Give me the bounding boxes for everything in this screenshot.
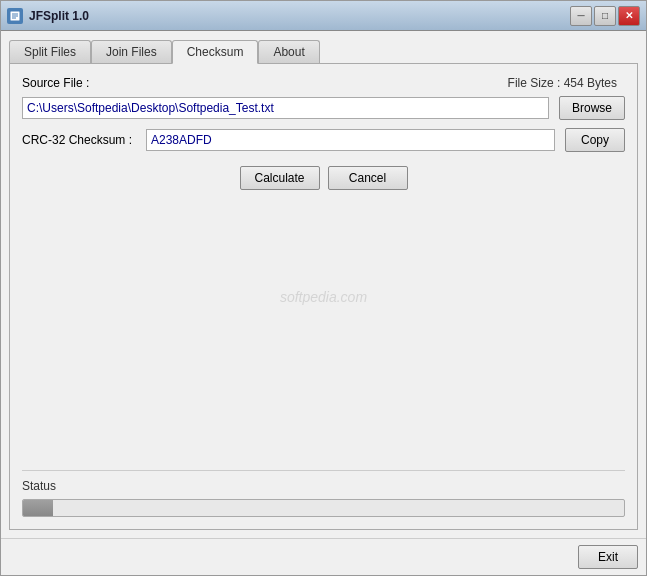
action-row: Calculate Cancel	[22, 166, 625, 190]
checksum-input[interactable]	[146, 129, 555, 151]
status-section: Status	[22, 470, 625, 517]
source-file-header-row: Source File : File Size : 454 Bytes	[22, 76, 625, 90]
file-size-label: File Size : 454 Bytes	[508, 76, 617, 90]
progress-bar-container	[22, 499, 625, 517]
status-label: Status	[22, 479, 625, 493]
tab-join-files[interactable]: Join Files	[91, 40, 172, 64]
title-buttons: ─ □ ✕	[570, 6, 640, 26]
source-file-row: Browse	[22, 96, 625, 120]
main-window: JFSplit 1.0 ─ □ ✕ Split Files Join Files…	[0, 0, 647, 576]
title-bar: JFSplit 1.0 ─ □ ✕	[1, 1, 646, 31]
calculate-button[interactable]: Calculate	[240, 166, 320, 190]
app-icon	[7, 8, 23, 24]
exit-button[interactable]: Exit	[578, 545, 638, 569]
checksum-label: CRC-32 Checksum :	[22, 133, 142, 147]
tab-checksum[interactable]: Checksum	[172, 40, 259, 64]
minimize-button[interactable]: ─	[570, 6, 592, 26]
source-file-input[interactable]	[22, 97, 549, 119]
maximize-button[interactable]: □	[594, 6, 616, 26]
tab-about[interactable]: About	[258, 40, 319, 64]
window-title: JFSplit 1.0	[29, 9, 89, 23]
close-button[interactable]: ✕	[618, 6, 640, 26]
window-body: Split Files Join Files Checksum About so…	[1, 31, 646, 538]
checksum-row: CRC-32 Checksum : Copy	[22, 128, 625, 152]
tab-content: softpedia.com Source File : File Size : …	[9, 63, 638, 530]
browse-button[interactable]: Browse	[559, 96, 625, 120]
tab-split-files[interactable]: Split Files	[9, 40, 91, 64]
copy-button[interactable]: Copy	[565, 128, 625, 152]
progress-bar-fill	[23, 500, 53, 516]
bottom-bar: Exit	[1, 538, 646, 575]
title-bar-left: JFSplit 1.0	[7, 8, 89, 24]
cancel-button[interactable]: Cancel	[328, 166, 408, 190]
tab-bar: Split Files Join Files Checksum About	[9, 39, 638, 63]
source-file-label: Source File :	[22, 76, 89, 90]
